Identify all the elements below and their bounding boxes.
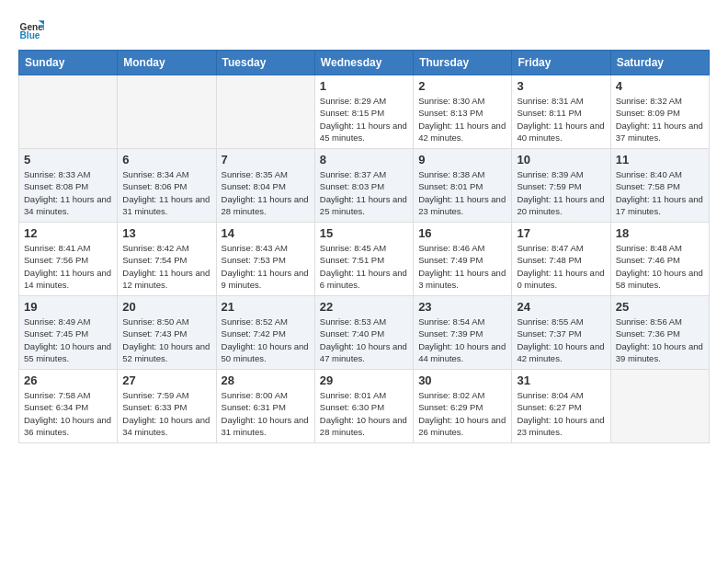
calendar-cell: 31Sunrise: 8:04 AM Sunset: 6:27 PM Dayli… (512, 370, 610, 443)
day-info: Sunrise: 8:41 AM Sunset: 7:56 PM Dayligh… (24, 242, 112, 291)
calendar-cell: 8Sunrise: 8:37 AM Sunset: 8:03 PM Daylig… (314, 149, 413, 223)
day-info: Sunrise: 8:52 AM Sunset: 7:42 PM Dayligh… (222, 316, 310, 364)
day-info: Sunrise: 8:37 AM Sunset: 8:03 PM Dayligh… (320, 168, 408, 217)
day-number: 1 (320, 79, 408, 93)
day-number: 14 (222, 226, 310, 240)
day-number: 13 (122, 226, 210, 240)
day-number: 20 (122, 300, 210, 314)
day-info: Sunrise: 8:40 AM Sunset: 7:58 PM Dayligh… (616, 168, 704, 217)
logo: General Blue (18, 15, 44, 40)
calendar-cell: 17Sunrise: 8:47 AM Sunset: 7:48 PM Dayli… (512, 223, 610, 296)
day-info: Sunrise: 8:29 AM Sunset: 8:15 PM Dayligh… (320, 95, 408, 144)
calendar-cell: 25Sunrise: 8:56 AM Sunset: 7:36 PM Dayli… (610, 296, 709, 370)
day-number: 18 (616, 226, 704, 240)
day-number: 5 (24, 153, 112, 167)
weekday-header-saturday: Saturday (610, 51, 709, 75)
calendar-cell: 27Sunrise: 7:59 AM Sunset: 6:33 PM Dayli… (118, 370, 216, 443)
day-number: 27 (122, 373, 210, 387)
day-number: 3 (517, 79, 605, 93)
week-row-1: 1Sunrise: 8:29 AM Sunset: 8:15 PM Daylig… (19, 75, 710, 149)
day-number: 30 (418, 373, 506, 387)
calendar-cell: 10Sunrise: 8:39 AM Sunset: 7:59 PM Dayli… (512, 149, 610, 223)
day-number: 11 (616, 153, 704, 167)
calendar-cell: 21Sunrise: 8:52 AM Sunset: 7:42 PM Dayli… (216, 296, 314, 370)
day-info: Sunrise: 8:48 AM Sunset: 7:46 PM Dayligh… (616, 242, 704, 291)
calendar-cell (118, 75, 216, 149)
day-info: Sunrise: 8:30 AM Sunset: 8:13 PM Dayligh… (418, 95, 506, 144)
calendar-cell: 20Sunrise: 8:50 AM Sunset: 7:43 PM Dayli… (118, 296, 216, 370)
day-number: 23 (418, 300, 506, 314)
day-info: Sunrise: 8:54 AM Sunset: 7:39 PM Dayligh… (418, 316, 506, 364)
day-number: 16 (418, 226, 506, 240)
calendar-cell: 9Sunrise: 8:38 AM Sunset: 8:01 PM Daylig… (414, 149, 512, 223)
calendar-cell: 5Sunrise: 8:33 AM Sunset: 8:08 PM Daylig… (19, 149, 118, 223)
day-number: 12 (24, 226, 112, 240)
day-info: Sunrise: 8:31 AM Sunset: 8:11 PM Dayligh… (517, 95, 605, 144)
weekday-header-thursday: Thursday (414, 51, 512, 75)
weekday-header-friday: Friday (512, 51, 610, 75)
calendar-cell: 18Sunrise: 8:48 AM Sunset: 7:46 PM Dayli… (610, 223, 709, 296)
calendar-cell: 22Sunrise: 8:53 AM Sunset: 7:40 PM Dayli… (314, 296, 413, 370)
calendar-cell (610, 370, 709, 443)
day-number: 19 (24, 300, 112, 314)
calendar-cell: 6Sunrise: 8:34 AM Sunset: 8:06 PM Daylig… (118, 149, 216, 223)
day-info: Sunrise: 7:59 AM Sunset: 6:33 PM Dayligh… (122, 389, 210, 438)
calendar-cell: 14Sunrise: 8:43 AM Sunset: 7:53 PM Dayli… (216, 223, 314, 296)
calendar-cell: 13Sunrise: 8:42 AM Sunset: 7:54 PM Dayli… (118, 223, 216, 296)
calendar-cell: 15Sunrise: 8:45 AM Sunset: 7:51 PM Dayli… (314, 223, 413, 296)
day-info: Sunrise: 8:00 AM Sunset: 6:31 PM Dayligh… (222, 389, 310, 438)
day-number: 7 (222, 153, 310, 167)
day-number: 10 (517, 153, 605, 167)
day-info: Sunrise: 8:38 AM Sunset: 8:01 PM Dayligh… (418, 168, 506, 217)
day-number: 21 (222, 300, 310, 314)
day-info: Sunrise: 8:56 AM Sunset: 7:36 PM Dayligh… (616, 316, 704, 364)
calendar-cell: 24Sunrise: 8:55 AM Sunset: 7:37 PM Dayli… (512, 296, 610, 370)
day-info: Sunrise: 8:55 AM Sunset: 7:37 PM Dayligh… (517, 316, 605, 364)
day-number: 8 (320, 153, 408, 167)
day-info: Sunrise: 8:45 AM Sunset: 7:51 PM Dayligh… (320, 242, 408, 291)
day-info: Sunrise: 8:49 AM Sunset: 7:45 PM Dayligh… (24, 316, 112, 364)
calendar-cell: 4Sunrise: 8:32 AM Sunset: 8:09 PM Daylig… (610, 75, 709, 149)
calendar-table: SundayMondayTuesdayWednesdayThursdayFrid… (18, 50, 710, 443)
day-info: Sunrise: 8:42 AM Sunset: 7:54 PM Dayligh… (122, 242, 210, 291)
calendar-cell: 1Sunrise: 8:29 AM Sunset: 8:15 PM Daylig… (314, 75, 413, 149)
calendar-cell (216, 75, 314, 149)
calendar-cell: 26Sunrise: 7:58 AM Sunset: 6:34 PM Dayli… (19, 370, 118, 443)
day-number: 2 (418, 79, 506, 93)
calendar-cell: 3Sunrise: 8:31 AM Sunset: 8:11 PM Daylig… (512, 75, 610, 149)
calendar-cell: 11Sunrise: 8:40 AM Sunset: 7:58 PM Dayli… (610, 149, 709, 223)
calendar-cell: 29Sunrise: 8:01 AM Sunset: 6:30 PM Dayli… (314, 370, 413, 443)
day-number: 25 (616, 300, 704, 314)
weekday-header-sunday: Sunday (19, 51, 118, 75)
day-info: Sunrise: 8:32 AM Sunset: 8:09 PM Dayligh… (616, 95, 704, 144)
day-number: 4 (616, 79, 704, 93)
day-info: Sunrise: 8:01 AM Sunset: 6:30 PM Dayligh… (320, 389, 408, 438)
svg-text:Blue: Blue (20, 30, 40, 40)
header: General Blue (18, 15, 710, 40)
day-number: 31 (517, 373, 605, 387)
day-number: 15 (320, 226, 408, 240)
calendar-cell: 7Sunrise: 8:35 AM Sunset: 8:04 PM Daylig… (216, 149, 314, 223)
week-row-5: 26Sunrise: 7:58 AM Sunset: 6:34 PM Dayli… (19, 370, 710, 443)
calendar-cell: 23Sunrise: 8:54 AM Sunset: 7:39 PM Dayli… (414, 296, 512, 370)
logo-icon: General Blue (18, 15, 44, 40)
day-info: Sunrise: 8:47 AM Sunset: 7:48 PM Dayligh… (517, 242, 605, 291)
week-row-4: 19Sunrise: 8:49 AM Sunset: 7:45 PM Dayli… (19, 296, 710, 370)
day-number: 28 (222, 373, 310, 387)
day-info: Sunrise: 8:50 AM Sunset: 7:43 PM Dayligh… (122, 316, 210, 364)
day-number: 6 (122, 153, 210, 167)
day-info: Sunrise: 8:02 AM Sunset: 6:29 PM Dayligh… (418, 389, 506, 438)
calendar-cell: 19Sunrise: 8:49 AM Sunset: 7:45 PM Dayli… (19, 296, 118, 370)
weekday-header-wednesday: Wednesday (314, 51, 413, 75)
day-info: Sunrise: 8:34 AM Sunset: 8:06 PM Dayligh… (122, 168, 210, 217)
day-number: 29 (320, 373, 408, 387)
day-info: Sunrise: 8:04 AM Sunset: 6:27 PM Dayligh… (517, 389, 605, 438)
calendar-cell: 28Sunrise: 8:00 AM Sunset: 6:31 PM Dayli… (216, 370, 314, 443)
day-number: 22 (320, 300, 408, 314)
day-info: Sunrise: 8:43 AM Sunset: 7:53 PM Dayligh… (222, 242, 310, 291)
day-number: 9 (418, 153, 506, 167)
day-info: Sunrise: 7:58 AM Sunset: 6:34 PM Dayligh… (24, 389, 112, 438)
day-number: 24 (517, 300, 605, 314)
calendar-cell (19, 75, 118, 149)
page: General Blue SundayMondayTuesdayWednesda… (0, 0, 728, 563)
